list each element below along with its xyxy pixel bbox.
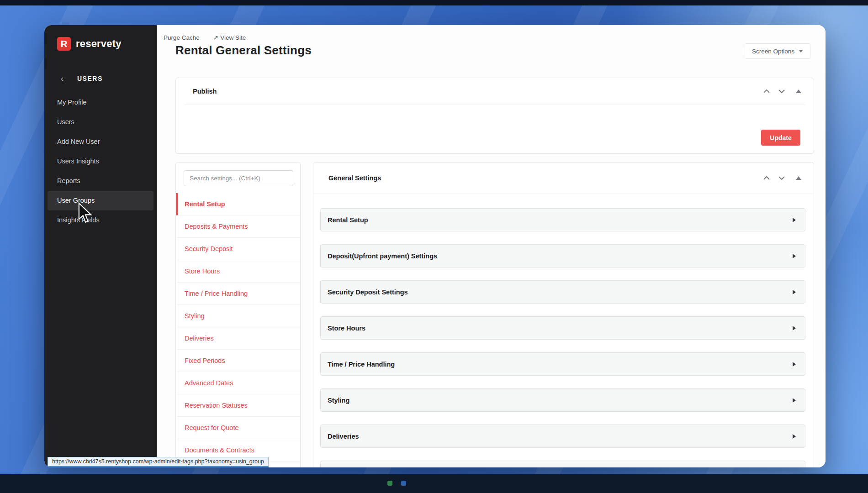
general-settings-title: General Settings [328,174,381,182]
accordion-label: Deliveries [328,433,359,440]
update-button[interactable]: Update [761,130,800,146]
taskbar [0,474,868,493]
admin-window: R reservety ‹ USERS My Profile Users Add… [44,25,826,467]
sidebar-item-users[interactable]: Users [48,112,153,132]
chevron-right-icon [793,398,796,403]
top-screen-bar [0,0,868,5]
chevron-right-icon [793,290,796,294]
status-bar-url: https://www.chd47s5.rentyshop.com/wp-adm… [48,457,269,467]
accordion-label: Rental Setup [328,216,368,224]
sidebar-collapse-icon[interactable]: ‹ [61,74,64,83]
settings-nav-panel: Rental Setup Deposits & Payments Securit… [175,162,301,467]
publish-panel: Publish Update [175,78,814,154]
general-settings-controls [763,176,801,180]
tab-deposits-payments[interactable]: Deposits & Payments [176,215,300,238]
toggle-panel-icon[interactable] [796,176,801,180]
chevron-right-icon [793,362,796,367]
purge-cache-link[interactable]: Purge Cache [164,34,200,41]
move-up-icon[interactable] [763,176,770,180]
sidebar-item-my-profile[interactable]: My Profile [48,93,153,112]
external-link-icon: ↗ [213,34,218,41]
chevron-right-icon [793,254,796,258]
taskbar-icon[interactable] [401,481,406,486]
tab-time-price-handling[interactable]: Time / Price Handling [176,283,300,305]
settings-search-input[interactable] [184,170,293,186]
accordion-label: Styling [328,397,349,404]
general-settings-panel: General Settings Rental Setup [313,162,814,467]
tab-request-for-quote[interactable]: Request for Quote [176,417,300,439]
chevron-right-icon [793,218,796,222]
accordion-label: Security Deposit Settings [328,288,408,296]
accordion-label: Store Hours [328,325,365,332]
desktop-wallpaper: R reservety ‹ USERS My Profile Users Add… [0,0,868,493]
accordion-security-deposit[interactable]: Security Deposit Settings [320,280,805,304]
sidebar-menu: My Profile Users Add New User Users Insi… [44,93,157,230]
tab-styling[interactable]: Styling [176,305,300,327]
toggle-panel-icon[interactable] [796,89,801,93]
accordion-deliveries[interactable]: Deliveries [320,425,805,448]
accordion-time-price-handling[interactable]: Time / Price Handling [320,352,805,376]
general-settings-header: General Settings [313,163,814,194]
publish-title: Publish [193,88,217,95]
sidebar-item-insights-fields[interactable]: Insights Fields [48,210,153,230]
accordion-label: Deposit(Upfront payment) Settings [328,252,437,260]
screen-options-button[interactable]: Screen Options [745,43,810,59]
view-site-label: View Site [220,34,246,41]
admin-quicklinks: Purge Cache ↗ View Site [164,34,246,41]
accordion-deposit-settings[interactable]: Deposit(Upfront payment) Settings [320,244,805,267]
sidebar-item-reports[interactable]: Reports [48,171,153,191]
sidebar: R reservety ‹ USERS My Profile Users Add… [44,25,157,467]
tab-deliveries[interactable]: Deliveries [176,327,300,350]
sidebar-section-header: ‹ USERS [44,74,157,83]
accordion-list: Rental Setup Deposit(Upfront payment) Se… [313,194,814,467]
chevron-right-icon [793,434,796,439]
publish-panel-header: Publish [176,78,814,105]
publish-panel-controls [763,89,801,94]
accordion-item-partial[interactable] [320,461,805,467]
settings-tabs: Rental Setup Deposits & Payments Securit… [176,193,300,462]
taskbar-icon[interactable] [387,481,392,486]
sidebar-item-add-new-user[interactable]: Add New User [48,132,153,152]
publish-panel-body: Update [176,105,814,154]
tab-reservation-statuses[interactable]: Reservation Statuses [176,394,300,417]
move-up-icon[interactable] [763,89,770,94]
sidebar-section-title: USERS [77,75,103,82]
logo-text: reservety [76,38,122,50]
sidebar-item-users-insights[interactable]: Users Insights [48,152,153,171]
accordion-store-hours[interactable]: Store Hours [320,316,805,340]
accordion-rental-setup[interactable]: Rental Setup [320,208,805,231]
settings-search [184,170,293,186]
view-site-link[interactable]: ↗ View Site [213,34,246,41]
chevron-right-icon [793,326,796,330]
logo[interactable]: R reservety [44,25,157,51]
tab-advanced-dates[interactable]: Advanced Dates [176,372,300,394]
accordion-styling[interactable]: Styling [320,388,805,412]
tab-fixed-periods[interactable]: Fixed Periods [176,350,300,372]
move-down-icon[interactable] [778,89,785,94]
sidebar-item-user-groups[interactable]: User Groups [48,191,153,210]
tab-security-deposit[interactable]: Security Deposit [176,238,300,260]
chevron-down-icon [799,50,803,52]
screen-options-label: Screen Options [752,48,794,55]
reservety-logo-icon: R [57,37,71,51]
tab-store-hours[interactable]: Store Hours [176,260,300,283]
tab-rental-setup[interactable]: Rental Setup [176,193,300,215]
accordion-label: Time / Price Handling [328,361,395,368]
page-title: Rental General Settings [175,43,312,58]
move-down-icon[interactable] [778,176,785,180]
main-content: Purge Cache ↗ View Site Rental General S… [157,25,826,467]
